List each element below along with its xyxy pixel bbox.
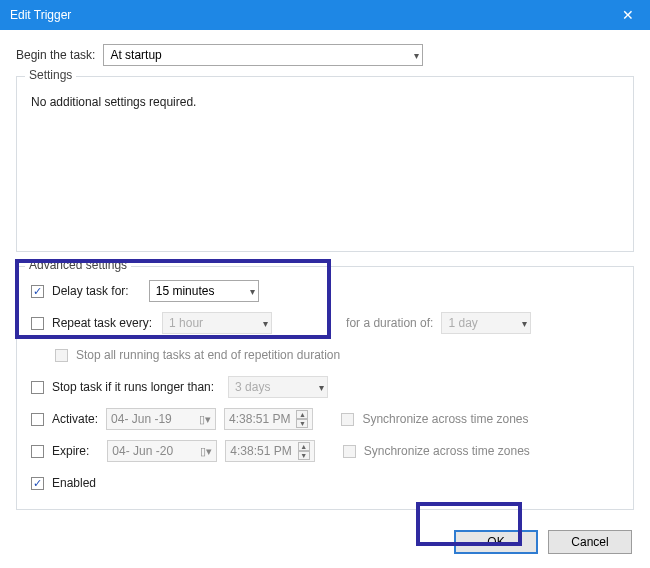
expire-date-value: 04- Jun -20 xyxy=(112,444,173,458)
advanced-settings-group: Advanced settings Delay task for: 15 min… xyxy=(16,266,634,510)
activate-time-value: 4:38:51 PM xyxy=(229,412,290,426)
repeat-task-select: 1 hour xyxy=(162,312,272,334)
expire-checkbox[interactable] xyxy=(31,445,44,458)
settings-message: No additional settings required. xyxy=(31,95,619,109)
stop-long-select: 3 days xyxy=(228,376,328,398)
repeat-task-checkbox[interactable] xyxy=(31,317,44,330)
dialog-footer: OK Cancel xyxy=(16,524,634,556)
cancel-button[interactable]: Cancel xyxy=(548,530,632,554)
expire-sync-label: Synchronize across time zones xyxy=(364,444,530,458)
stop-repetition-label: Stop all running tasks at end of repetit… xyxy=(76,348,340,362)
close-icon[interactable]: ✕ xyxy=(606,0,650,30)
expire-sync-checkbox xyxy=(343,445,356,458)
stop-long-label: Stop task if it runs longer than: xyxy=(52,380,214,394)
title-bar: Edit Trigger ✕ xyxy=(0,0,650,30)
stop-repetition-checkbox xyxy=(55,349,68,362)
dialog-body: Begin the task: At startup ▾ Settings No… xyxy=(0,30,650,568)
activate-checkbox[interactable] xyxy=(31,413,44,426)
repeat-task-row: Repeat task every: 1 hour ▾ for a durati… xyxy=(31,311,619,335)
time-spinner: ▲▼ xyxy=(296,410,308,428)
activate-time-field: 4:38:51 PM ▲▼ xyxy=(224,408,313,430)
window-title: Edit Trigger xyxy=(10,8,606,22)
repeat-duration-label: for a duration of: xyxy=(346,316,433,330)
stop-long-checkbox[interactable] xyxy=(31,381,44,394)
activate-row: Activate: 04- Jun -19 ▯▾ 4:38:51 PM ▲▼ S… xyxy=(31,407,619,431)
repeat-task-label: Repeat task every: xyxy=(52,316,152,330)
activate-sync-checkbox xyxy=(341,413,354,426)
delay-task-select[interactable]: 15 minutes xyxy=(149,280,259,302)
calendar-icon: ▯▾ xyxy=(199,413,211,426)
stop-long-row: Stop task if it runs longer than: 3 days… xyxy=(31,375,619,399)
expire-time-field: 4:38:51 PM ▲▼ xyxy=(225,440,314,462)
expire-row: Expire: 04- Jun -20 ▯▾ 4:38:51 PM ▲▼ Syn… xyxy=(31,439,619,463)
repeat-duration-select: 1 day xyxy=(441,312,531,334)
time-spinner: ▲▼ xyxy=(298,442,310,460)
enabled-checkbox[interactable] xyxy=(31,477,44,490)
enabled-row: Enabled xyxy=(31,471,619,495)
delay-task-row: Delay task for: 15 minutes ▾ xyxy=(31,279,619,303)
enabled-label: Enabled xyxy=(52,476,96,490)
ok-button[interactable]: OK xyxy=(454,530,538,554)
begin-task-label: Begin the task: xyxy=(16,48,95,62)
settings-group: Settings No additional settings required… xyxy=(16,76,634,252)
settings-legend: Settings xyxy=(25,68,76,82)
activate-sync-label: Synchronize across time zones xyxy=(362,412,528,426)
calendar-icon: ▯▾ xyxy=(200,445,212,458)
stop-repetition-row: Stop all running tasks at end of repetit… xyxy=(55,343,619,367)
begin-task-row: Begin the task: At startup ▾ xyxy=(16,44,634,66)
activate-date-value: 04- Jun -19 xyxy=(111,412,172,426)
delay-task-label: Delay task for: xyxy=(52,284,129,298)
delay-task-checkbox[interactable] xyxy=(31,285,44,298)
expire-time-value: 4:38:51 PM xyxy=(230,444,291,458)
advanced-settings-legend: Advanced settings xyxy=(25,258,131,272)
expire-label: Expire: xyxy=(52,444,89,458)
activate-date-field: 04- Jun -19 ▯▾ xyxy=(106,408,216,430)
expire-date-field: 04- Jun -20 ▯▾ xyxy=(107,440,217,462)
begin-task-select[interactable]: At startup xyxy=(103,44,423,66)
activate-label: Activate: xyxy=(52,412,98,426)
